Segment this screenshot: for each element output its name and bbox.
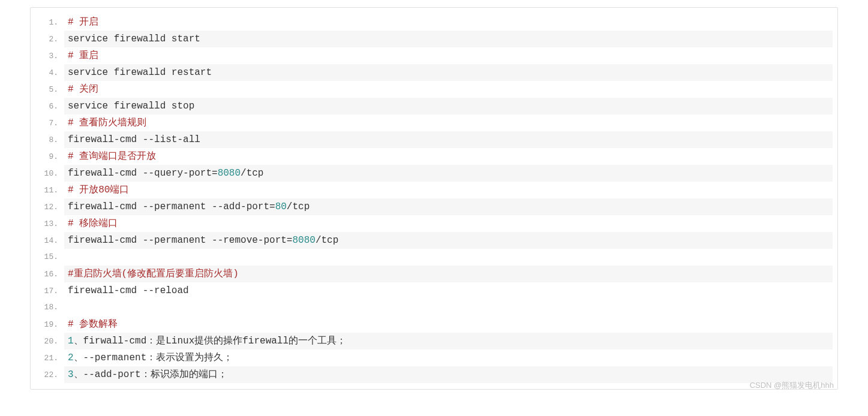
token-plain: 、firwall-cmd：是Linux提供的操作firewall的一个工具；	[74, 336, 346, 346]
token-plain: service firewalld restart	[68, 67, 212, 78]
code-line: 20.1、firwall-cmd：是Linux提供的操作firewall的一个工…	[31, 333, 837, 349]
line-content: service firewalld restart	[64, 64, 833, 81]
code-line: 16.#重启防火墙(修改配置后要重启防火墙)	[31, 266, 837, 282]
token-num: 1	[68, 336, 74, 346]
line-content: service firewalld start	[64, 31, 833, 47]
token-comment: # 查询端口是否开放	[68, 151, 156, 162]
line-number: 6.	[31, 98, 64, 115]
token-plain: firewall-cmd --list-all	[68, 134, 200, 145]
code-line: 14.firewall-cmd --permanent --remove-por…	[31, 232, 837, 249]
token-num: 3	[68, 369, 74, 380]
token-comment: # 开启	[68, 17, 98, 28]
token-plain: /tcp	[316, 235, 338, 246]
token-plain: /tcp	[241, 168, 263, 179]
line-content: # 查询端口是否开放	[64, 148, 833, 165]
code-block: 1.# 开启2.service firewalld start3.# 重启4.s…	[30, 7, 838, 390]
code-line: 22.3、--add-port：标识添加的端口；	[31, 366, 837, 383]
line-number: 9.	[31, 149, 64, 165]
code-line: 15.	[31, 249, 837, 266]
line-content: # 移除端口	[64, 215, 833, 232]
line-number: 3.	[31, 48, 64, 65]
line-number: 11.	[31, 182, 64, 199]
token-num: 8080	[218, 168, 241, 179]
line-content: #重启防火墙(修改配置后要重启防火墙)	[64, 266, 833, 282]
code-line: 11.# 开放80端口	[31, 182, 837, 198]
code-line: 13.# 移除端口	[31, 215, 837, 232]
line-content: # 重启	[64, 47, 833, 64]
token-plain: firewall-cmd --permanent --add-port=	[68, 201, 275, 212]
code-line: 5.# 关闭	[31, 81, 837, 98]
line-number: 4.	[31, 65, 64, 82]
line-content: service firewalld stop	[64, 98, 833, 114]
line-content: 3、--add-port：标识添加的端口；	[64, 366, 833, 383]
code-line-list: 1.# 开启2.service firewalld start3.# 重启4.s…	[31, 8, 837, 389]
code-line: 12.firewall-cmd --permanent --add-port=8…	[31, 198, 837, 215]
token-plain: firewall-cmd --query-port=	[68, 168, 218, 179]
line-number: 10.	[31, 165, 64, 182]
line-content: # 参数解释	[64, 316, 833, 333]
token-num: 8080	[292, 235, 315, 246]
line-content: firewall-cmd --permanent --remove-port=8…	[64, 232, 833, 249]
code-line: 9.# 查询端口是否开放	[31, 148, 837, 165]
line-content: # 关闭	[64, 81, 833, 98]
line-content: # 查看防火墙规则	[64, 114, 833, 131]
code-line: 4.service firewalld restart	[31, 64, 837, 81]
code-line: 21.2、--permanent：表示设置为持久；	[31, 349, 837, 366]
token-plain: service firewalld stop	[68, 101, 194, 111]
token-comment: # 移除端口	[68, 218, 118, 229]
line-content: firewall-cmd --query-port=8080/tcp	[64, 165, 833, 182]
token-plain: /tcp	[287, 201, 310, 212]
code-line: 6.service firewalld stop	[31, 98, 837, 114]
code-line: 2.service firewalld start	[31, 31, 837, 47]
token-num: 80	[275, 201, 287, 212]
line-number: 12.	[31, 199, 64, 216]
line-content: firewall-cmd --permanent --add-port=80/t…	[64, 198, 833, 215]
code-line: 8.firewall-cmd --list-all	[31, 131, 837, 148]
line-content: firewall-cmd --reload	[64, 282, 833, 299]
line-number: 5.	[31, 82, 64, 98]
token-comment: #重启防火墙(修改配置后要重启防火墙)	[68, 269, 239, 279]
line-number: 14.	[31, 233, 64, 249]
line-number: 15.	[31, 249, 64, 266]
token-num: 2	[68, 352, 74, 363]
code-line: 18.	[31, 299, 837, 316]
code-line: 10.firewall-cmd --query-port=8080/tcp	[31, 165, 837, 182]
line-number: 13.	[31, 216, 64, 233]
line-number: 2.	[31, 31, 64, 48]
token-plain: firewall-cmd --reload	[68, 285, 189, 296]
line-number: 16.	[31, 266, 64, 283]
token-comment: # 重启	[68, 50, 98, 61]
line-number: 21.	[31, 350, 64, 367]
token-comment: # 开放80端口	[68, 185, 129, 195]
token-plain: 、--add-port：标识添加的端口；	[74, 369, 227, 380]
line-number: 20.	[31, 333, 64, 350]
line-number: 19.	[31, 316, 64, 333]
line-content: # 开启	[64, 14, 833, 31]
line-content: firewall-cmd --list-all	[64, 131, 833, 148]
watermark-text: CSDN @熊猫发电机hhh	[750, 380, 834, 390]
line-number: 18.	[31, 299, 64, 316]
line-content: # 开放80端口	[64, 182, 833, 198]
line-content: 2、--permanent：表示设置为持久；	[64, 349, 833, 366]
token-plain: firewall-cmd --permanent --remove-port=	[68, 235, 292, 246]
line-number: 22.	[31, 367, 64, 384]
line-number: 8.	[31, 132, 64, 149]
code-line: 7.# 查看防火墙规则	[31, 114, 837, 131]
code-line: 1.# 开启	[31, 14, 837, 31]
token-comment: # 参数解释	[68, 319, 118, 330]
token-comment: # 关闭	[68, 84, 98, 95]
code-line: 17.firewall-cmd --reload	[31, 282, 837, 299]
token-plain: service firewalld start	[68, 34, 200, 44]
line-number: 7.	[31, 115, 64, 132]
token-plain: 、--permanent：表示设置为持久；	[74, 352, 233, 363]
line-number: 17.	[31, 283, 64, 300]
line-number: 1.	[31, 14, 64, 31]
code-line: 19.# 参数解释	[31, 316, 837, 333]
token-comment: # 查看防火墙规则	[68, 117, 146, 128]
code-line: 3.# 重启	[31, 47, 837, 64]
line-content: 1、firwall-cmd：是Linux提供的操作firewall的一个工具；	[64, 333, 833, 349]
